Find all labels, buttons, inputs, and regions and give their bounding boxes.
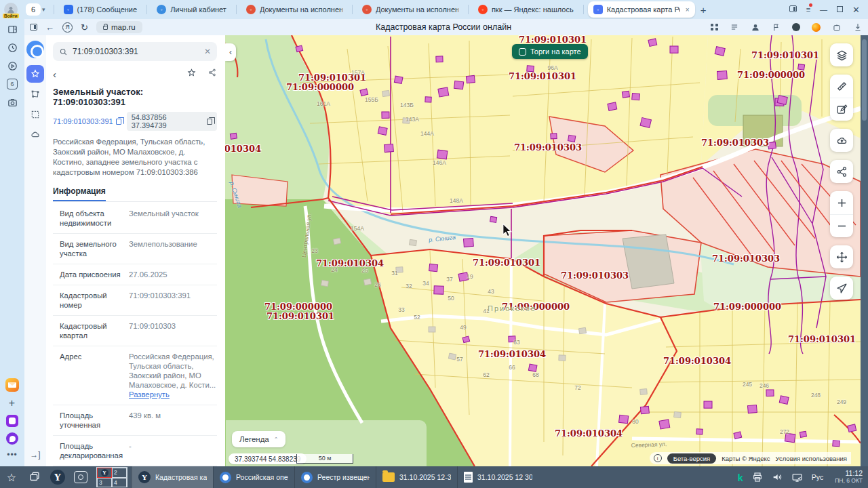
page-scrollbar[interactable]: [861, 35, 868, 466]
info-table: Вид объекта недвижимостиЗемельный участо…: [53, 203, 217, 466]
docs-app-icon: ◦: [362, 5, 372, 14]
browser-tab[interactable]: ◦Документы на исполнен: [241, 1, 348, 18]
torgi-checkbox[interactable]: [519, 48, 526, 56]
display-icon[interactable]: [791, 472, 803, 483]
apps-icon[interactable]: [6, 415, 18, 427]
taskbar-app[interactable]: YКадастровая кар...: [132, 466, 213, 488]
printer-icon[interactable]: [752, 472, 763, 483]
torgi-toggle-button[interactable]: Торги на карте: [512, 44, 588, 59]
draw-icon[interactable]: [830, 98, 853, 121]
desktop-2[interactable]: 2: [112, 468, 127, 478]
profile-avatar[interactable]: Войти: [4, 3, 18, 16]
url-field[interactable]: map.ru: [96, 21, 142, 33]
refresh-icon[interactable]: ↻: [81, 22, 88, 33]
copy-icon[interactable]: [116, 119, 121, 125]
tab-close-icon[interactable]: ×: [686, 6, 690, 14]
taskbar-app[interactable]: Реестр извещени...: [294, 466, 376, 488]
browser-tab[interactable]: ◦Кадастровая карта Ро×: [588, 1, 695, 18]
measure-icon[interactable]: [830, 75, 853, 98]
zoom-in-icon[interactable]: [830, 191, 853, 214]
desktop-4[interactable]: 4: [112, 478, 127, 487]
search-box[interactable]: ✕: [53, 42, 217, 61]
copy-icon[interactable]: [207, 119, 212, 125]
info-label: Площадь уточненная: [60, 411, 122, 430]
alice-icon[interactable]: [812, 23, 821, 32]
taskbar-app[interactable]: Российская опер...: [213, 466, 294, 488]
history-icon[interactable]: [3, 39, 21, 56]
yandex-circle-icon[interactable]: Я: [62, 22, 73, 33]
back-icon[interactable]: ←: [45, 22, 54, 33]
volume-icon[interactable]: [772, 472, 783, 483]
more-icon[interactable]: •••: [7, 450, 18, 460]
search-input[interactable]: [73, 47, 199, 56]
map-collapse-icon[interactable]: ‹: [225, 43, 236, 61]
tab-counter[interactable]: 6: [26, 3, 41, 16]
adblock-icon[interactable]: [792, 23, 800, 31]
polygon-tool-icon[interactable]: [26, 85, 44, 103]
cadastral-number-link[interactable]: 71:09:010303:391: [53, 117, 121, 125]
player-icon[interactable]: [3, 57, 21, 75]
layers-icon[interactable]: [830, 43, 853, 66]
add-icon[interactable]: +: [9, 397, 16, 409]
panels-icon[interactable]: [3, 20, 21, 38]
clear-search-icon[interactable]: ✕: [204, 47, 211, 56]
antivirus-icon[interactable]: k: [737, 472, 743, 483]
maximize-icon[interactable]: [837, 5, 843, 14]
menu-icon[interactable]: ≡: [806, 5, 810, 14]
side-panel-icon[interactable]: [789, 5, 797, 14]
map-canvas[interactable]: 71:09:01030171:09:00000071:09:01030171:0…: [225, 35, 861, 466]
tab-label: Документы на исполнен: [260, 5, 342, 14]
sidebar-toggle-icon[interactable]: [30, 22, 37, 33]
tab-information[interactable]: Информация: [53, 186, 106, 201]
mail-icon[interactable]: [5, 378, 19, 392]
system-tray: k Рус 11:12 ПН, 6 ОКТ: [737, 470, 868, 485]
upload-icon[interactable]: [830, 129, 853, 152]
share-icon[interactable]: [208, 68, 217, 80]
browser-tab[interactable]: ◦Документы на исполнен: [357, 1, 464, 18]
new-tab-button[interactable]: +: [701, 4, 707, 16]
favorites-star-icon[interactable]: ☆: [0, 466, 23, 488]
viewer-icon[interactable]: [69, 466, 92, 488]
tab-label: Личный кабинет: [170, 5, 226, 14]
screenshot-icon[interactable]: [3, 94, 21, 111]
extensions-icon[interactable]: [832, 22, 842, 32]
legend-button[interactable]: Легенда ⌃: [232, 431, 285, 447]
coordinates-chip[interactable]: 54.837856 37.394739: [127, 112, 217, 131]
browser-tab[interactable]: ◦пкк — Яндекс: нашлось: [473, 1, 579, 18]
yandex-browser-icon[interactable]: Y: [46, 466, 69, 488]
select-area-icon[interactable]: [26, 106, 44, 123]
app-logo[interactable]: [26, 41, 44, 58]
expand-link[interactable]: Развернуть: [129, 390, 170, 399]
browser-tab[interactable]: ◦Личный кабинет: [151, 1, 232, 18]
close-icon[interactable]: ✕: [852, 5, 860, 15]
favorites-star-icon[interactable]: [26, 65, 44, 83]
desktop-3[interactable]: 3: [97, 478, 112, 487]
pan-icon[interactable]: [830, 245, 853, 268]
browser-tab[interactable]: ◦(178) Сообщение: [58, 1, 143, 18]
back-result-icon[interactable]: ‹: [53, 68, 56, 80]
tabs-badge[interactable]: 6: [3, 75, 21, 93]
taskbar-app[interactable]: 31.10.2025 12-30 ...: [376, 466, 457, 488]
download-icon[interactable]: [853, 22, 863, 32]
share-icon[interactable]: [830, 160, 853, 183]
desktop-1-active[interactable]: Y: [97, 468, 112, 478]
alice-icon[interactable]: [6, 432, 18, 445]
taskbar-app[interactable]: 31.10.2025 12 30 ...: [457, 466, 538, 488]
locate-icon[interactable]: [830, 277, 853, 300]
info-icon[interactable]: i: [654, 454, 662, 462]
cloud-icon[interactable]: [26, 126, 44, 144]
task-view-icon[interactable]: [23, 466, 46, 488]
reader-icon[interactable]: [730, 22, 739, 32]
bookmark-flag-icon[interactable]: [772, 23, 781, 32]
collapse-panel-icon[interactable]: →]: [30, 450, 40, 460]
terms-link[interactable]: Условия использования: [776, 455, 847, 462]
virtual-desktop-switcher[interactable]: Y234: [96, 467, 127, 487]
minimize-icon[interactable]: —: [820, 5, 827, 14]
clock[interactable]: 11:12 ПН, 6 ОКТ: [832, 470, 863, 485]
favorite-star-icon[interactable]: [186, 68, 197, 81]
chevron-down-icon[interactable]: ▾: [42, 6, 45, 13]
language-indicator[interactable]: Рус: [812, 473, 823, 481]
profile-icon[interactable]: [751, 22, 760, 32]
zoom-out-icon[interactable]: [830, 214, 853, 237]
dots-grid-icon[interactable]: [711, 24, 718, 31]
